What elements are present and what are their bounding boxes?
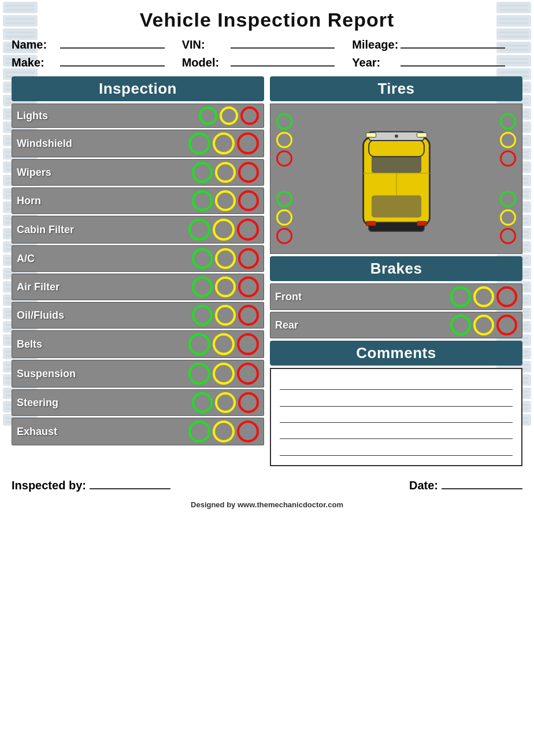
item-label-rear: Rear (275, 319, 450, 331)
circle-red-oil-fluids (238, 305, 259, 326)
circle-green-front (450, 286, 471, 307)
circle-yellow-cabin-filter (213, 219, 235, 241)
tire-fr-yellow (500, 132, 516, 148)
circle-red-windshield (237, 132, 259, 154)
tire-col-left (276, 113, 292, 244)
circle-green-air-filter (192, 276, 213, 297)
circle-yellow-steering (215, 392, 236, 413)
brakes-item-rear: Rear (270, 312, 522, 338)
comment-line-3 (280, 409, 513, 423)
circle-green-lights (199, 106, 217, 125)
circle-red-steering (238, 392, 259, 413)
circle-green-cabin-filter (188, 219, 210, 241)
make-field (60, 65, 165, 67)
circle-yellow-front (473, 286, 494, 307)
tire-rl-yellow (276, 209, 292, 226)
inspection-item-windshield: Windshield (12, 130, 264, 157)
item-label-wipers: Wipers (17, 167, 192, 179)
circle-green-ac (192, 248, 213, 269)
circle-red-ac (238, 248, 259, 269)
year-label: Year: (352, 56, 398, 69)
svg-rect-10 (417, 222, 427, 226)
circles-air-filter (192, 276, 259, 297)
item-label-ac: A/C (17, 253, 192, 265)
inspection-section: Inspection Lights Windshield (12, 76, 264, 469)
comment-line-5 (280, 442, 513, 456)
circle-green-steering (192, 392, 213, 413)
item-label-oil-fluids: Oil/Fluids (17, 309, 192, 322)
circle-yellow-windshield (213, 132, 235, 154)
circle-green-oil-fluids (192, 305, 213, 326)
tire-fr-green (500, 113, 516, 130)
svg-rect-7 (366, 133, 376, 138)
svg-rect-8 (417, 133, 427, 138)
circle-green-belts (188, 333, 210, 355)
circle-yellow-suspension (213, 363, 235, 385)
circle-yellow-horn (215, 190, 236, 211)
circle-yellow-lights (220, 106, 238, 125)
circle-green-suspension (188, 363, 210, 385)
vin-label: VIN: (182, 38, 228, 51)
tire-col-right (500, 113, 516, 244)
right-section: Tires (270, 76, 522, 469)
svg-rect-3 (371, 196, 421, 217)
date-label: Date: (409, 479, 438, 492)
svg-rect-5 (369, 223, 424, 231)
footer: Designed by www.themechanicdoctor.com (12, 500, 522, 509)
vehicle-info: Name: VIN: Mileage: Make: Model: Year: (12, 38, 522, 69)
item-label-windshield: Windshield (17, 138, 188, 150)
name-field (60, 47, 165, 49)
inspection-header: Inspection (12, 76, 264, 101)
date-value (442, 488, 522, 489)
inspection-item-belts: Belts (12, 330, 264, 358)
tire-fr-red (500, 150, 516, 167)
inspection-item-horn: Horn (12, 187, 264, 214)
model-label: Model: (182, 56, 228, 69)
item-label-suspension: Suspension (17, 368, 188, 380)
inspection-item-steering: Steering (12, 389, 264, 416)
item-label-air-filter: Air Filter (17, 281, 192, 293)
svg-point-6 (395, 134, 398, 138)
inspection-item-ac: A/C (12, 245, 264, 272)
tire-fl-yellow (276, 132, 292, 148)
comment-line-2 (280, 393, 513, 407)
circles-lights (199, 106, 259, 125)
item-label-steering: Steering (17, 397, 192, 409)
comments-box (270, 368, 522, 466)
page-title: Vehicle Inspection Report (12, 9, 522, 31)
item-label-front: Front (275, 291, 450, 303)
tire-rr-green (500, 191, 516, 207)
tires-header: Tires (270, 76, 522, 101)
circle-yellow-ac (215, 248, 236, 269)
circle-yellow-belts (213, 333, 235, 355)
model-field (231, 65, 335, 67)
tire-rr-yellow (500, 209, 516, 226)
circle-yellow-oil-fluids (215, 305, 236, 326)
date-field: Date: (409, 479, 522, 492)
comments-header: Comments (270, 341, 522, 366)
circle-yellow-air-filter (215, 276, 236, 297)
circles-cabin-filter (188, 219, 259, 241)
mileage-field (400, 47, 505, 49)
item-label-belts: Belts (17, 338, 188, 351)
circle-red-exhaust (237, 421, 259, 442)
circles-wipers (192, 162, 259, 183)
circle-red-suspension (237, 363, 259, 385)
comment-line-4 (280, 425, 513, 439)
car-svg (350, 115, 443, 242)
circle-green-exhaust (188, 421, 210, 442)
tires-diagram (270, 104, 522, 254)
car-diagram (292, 115, 500, 242)
circle-red-belts (237, 333, 259, 355)
circle-red-rear (496, 315, 517, 335)
item-label-lights: Lights (17, 110, 199, 122)
circle-red-lights (240, 106, 259, 125)
tire-rr-red (500, 228, 516, 244)
svg-rect-2 (369, 140, 424, 157)
brakes-item-front: Front (270, 283, 522, 310)
circle-green-wipers (192, 162, 213, 183)
make-label: Make: (12, 56, 58, 69)
name-label: Name: (12, 38, 58, 51)
circles-belts (188, 333, 259, 355)
circle-yellow-wipers (215, 162, 236, 183)
